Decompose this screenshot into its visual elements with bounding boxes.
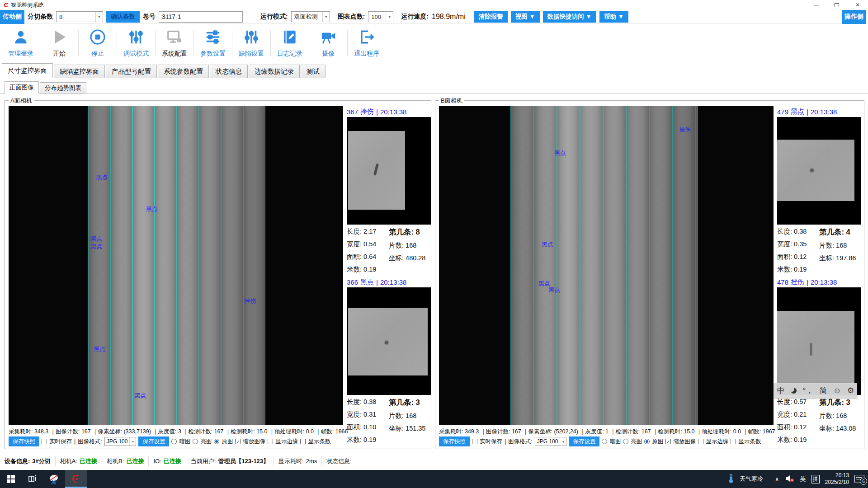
moon-icon[interactable] [791,388,797,394]
roll-number-input[interactable]: 3117-1 [159,11,243,23]
show-strip-count-checkbox[interactable] [731,439,736,444]
taskbar-app-vision-system[interactable] [65,470,87,488]
task-view-button[interactable] [22,470,43,488]
defect-time: 20:13:38 [811,108,837,116]
toolbar-item-defect-settings[interactable]: 缺陷设置 [232,28,270,58]
image-format-dropdown[interactable]: JPG 100 ▾ [535,437,567,446]
dropdown-arrow-icon: ▾ [95,12,103,22]
save-settings-button[interactable]: 保存设置 [138,436,169,446]
defect-mark [385,341,388,344]
io-conn-label: IO: [153,458,161,465]
bright-image-radio[interactable] [623,439,628,444]
sliders-vertical-icon [127,28,145,47]
close-button[interactable]: ✕ [847,0,868,10]
notification-center-button[interactable]: 6 [854,475,864,483]
run-mode-dropdown[interactable]: 双面检测 ▾ [291,11,330,22]
show-edges-checkbox[interactable] [268,439,273,444]
smiley-icon[interactable]: ☺ [833,386,841,395]
zoom-image-checkbox[interactable] [235,439,241,444]
help-menu-button[interactable]: 帮助 ▼ [599,11,628,23]
show-edges-checkbox[interactable] [698,439,703,444]
zoom-image-checkbox[interactable] [665,439,671,444]
dark-image-radio[interactable] [602,439,607,444]
sliders-horizontal-icon [204,28,222,47]
volume-muted-icon[interactable] [785,474,795,484]
subtab-trend-chart[interactable]: 分布趋势图表 [40,82,86,94]
confirm-count-button[interactable]: 确认条数 [106,11,140,23]
tab-system-param-config[interactable]: 系统参数配置 [158,65,209,78]
defect-entry[interactable]: 366 黑点 | 20:13:38 长度: 0.38 宽度: 0.31 面积: … [347,277,431,444]
toolbar-item-debug-mode[interactable]: 调试模式 [117,28,155,58]
toolbar-item-camera[interactable]: 摄像 [309,28,347,58]
defect-entry[interactable]: 478 挫伤 | 20:13:38 长度: 0.57 宽度: 0.21 面积: … [777,277,861,444]
original-image-radio[interactable] [214,439,219,444]
image-format-dropdown[interactable]: JPG 100 ▾ [104,437,137,446]
clear-alarm-button[interactable]: 清除报警 [474,11,508,23]
data-quick-access-button[interactable]: 数据快捷访问 ▼ [543,11,596,23]
realtime-save-checkbox[interactable] [42,439,47,444]
camera-a-panel: A面相机 黑点黑点黑点黑点挫伤黑点黑点 367 挫伤 | 20:13:38 长度… [5,100,431,449]
defect-stats: 长度: 0.57 宽度: 0.21 面积: 0.12 米数: 0.19 第几条:… [777,395,861,444]
tray-expand-chevron-icon[interactable]: ∧ [775,476,779,483]
toolbar-item-start[interactable]: 开始 [40,28,78,58]
minimize-button[interactable] [806,0,826,10]
app-logo-icon: Ͼ [4,1,8,9]
realtime-save-checkbox[interactable] [472,439,477,444]
slit-count-dropdown[interactable]: 8 ▾ [56,11,103,22]
ime-language-indicator[interactable]: 英 [800,475,806,483]
original-image-radio[interactable] [644,439,650,444]
display-time-label: 显示耗时: [278,457,304,465]
ime-mode-indicator[interactable]: 拼 [811,475,820,483]
weather-text[interactable]: 天气寒冷 [740,475,763,483]
defect-header: 478 挫伤 | 20:13:38 [777,277,861,287]
taskbar-clock[interactable]: 20:13 2025/2/10 [825,472,849,486]
ime-toolbar[interactable]: 中 °， 简 ☺ ⚙ [774,383,857,398]
defect-thumbnail [777,287,861,395]
bright-image-radio[interactable] [193,439,198,444]
camera-b-conn-status: 已连接 [126,457,144,465]
defect-entry[interactable]: 479 黑点 | 20:13:38 长度: 0.38 宽度: 0.35 面积: … [777,106,861,274]
view-menu-button[interactable]: 视图 ▼ [511,11,540,23]
tab-edge-data-record[interactable]: 边缘数据记录 [249,65,300,78]
save-snapshot-button[interactable]: 保存快照 [439,436,470,446]
ime-lang-toggle[interactable]: 中 [777,385,785,396]
defect-overlay-label: 黑点 [94,345,105,353]
toolbar-item-system-config[interactable]: 系统配置 [156,28,193,58]
camera-a-title: A面相机 [9,97,34,105]
tab-product-model-config[interactable]: 产品型号配置 [106,65,157,78]
defect-overlay-label: 黑点 [96,174,108,182]
play-icon [51,28,68,47]
snipping-tool-icon[interactable] [43,470,65,488]
toolbar-item-param-settings[interactable]: 参数设置 [194,28,232,58]
ime-punctuation-toggle[interactable]: °， [803,385,814,396]
exit-icon [358,28,375,47]
toolbar-item-stop[interactable]: 停止 [79,28,117,58]
save-settings-button[interactable]: 保存设置 [569,436,599,446]
tab-defect-monitor[interactable]: 缺陷监控界面 [54,65,105,78]
tab-test[interactable]: 测试 [301,65,326,78]
defect-entry[interactable]: 367 挫伤 | 20:13:38 长度: 2.17 宽度: 0.54 面积: … [347,106,431,274]
toolbar-item-log[interactable]: 日志记录 [271,28,309,58]
title-bar: Ͼ 视觉检测系统 ✕ [0,0,868,10]
defect-thumbnail [347,287,431,395]
operator-side-button[interactable]: 操作侧 [842,10,866,24]
drive-side-button[interactable]: 传动侧 [0,10,24,24]
save-snapshot-button[interactable]: 保存快照 [9,436,39,446]
camera-a-image[interactable]: 黑点黑点黑点黑点挫伤黑点黑点 [9,106,343,425]
gear-icon[interactable]: ⚙ [847,386,854,395]
subtab-front-image[interactable]: 正面图像 [5,81,39,94]
toolbar-item-exit[interactable]: 退出程序 [348,28,386,58]
start-button[interactable] [0,470,22,488]
camera-b-controls: 保存快照 实时保存 |图像格式: JPG 100 ▾ 保存设置 暗图 亮图 原图… [439,436,774,447]
tab-size-monitor[interactable]: 尺寸监控界面 [2,63,53,78]
dark-image-radio[interactable] [171,439,177,444]
chart-points-dropdown[interactable]: 100 ▾ [368,11,393,22]
show-strip-count-checkbox[interactable] [300,439,306,444]
tab-status-info[interactable]: 状态信息 [210,65,248,78]
defect-type: 黑点 [360,278,374,286]
toolbar-item-admin-login[interactable]: 管理登录 [2,28,40,58]
ime-charset-toggle[interactable]: 简 [820,385,827,396]
maximize-button[interactable] [826,0,847,10]
camera-b-image[interactable]: 挫伤黑点黑点黑点黑点 [439,106,774,425]
defect-mark [373,164,378,175]
